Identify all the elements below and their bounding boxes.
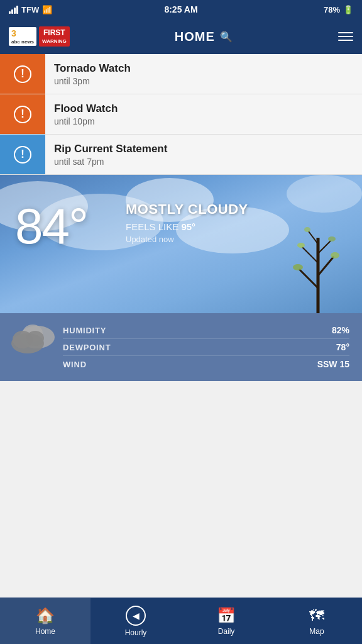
hourly-label: Hourly	[125, 628, 147, 637]
humidity-label: HUMIDITY	[63, 326, 106, 335]
nav-hourly[interactable]: ◀ Hourly	[90, 598, 181, 644]
alert-icon-flood: !	[0, 94, 45, 134]
wind-value: SSW 15	[317, 359, 349, 369]
menu-line-2	[338, 36, 353, 37]
cloud-icon	[9, 319, 59, 357]
alert-title-tornado: Tornado Watch	[54, 62, 131, 75]
search-icon[interactable]: 🔍	[220, 31, 233, 43]
svg-point-6	[293, 264, 303, 270]
alert-text-flood: Flood Watch until 10pm	[45, 94, 126, 134]
daily-icon: 📅	[217, 607, 236, 625]
header-title: HOME 🔍	[175, 30, 233, 44]
alert-rip[interactable]: ! Rip Current Statement until sat 7pm	[0, 135, 362, 175]
alert-subtitle-tornado: until 3pm	[54, 76, 131, 86]
svg-line-1	[299, 269, 318, 288]
menu-line-3	[338, 40, 353, 41]
weather-details: HUMIDITY 82% DEWPOINT 78° WIND SSW 15	[0, 313, 362, 381]
svg-point-7	[331, 252, 339, 258]
menu-button[interactable]	[338, 32, 353, 41]
alert-subtitle-flood: until 10pm	[54, 116, 118, 126]
wind-label: WIND	[63, 360, 87, 369]
signal-icon	[9, 6, 18, 14]
nav-spacer	[0, 381, 362, 428]
feels-like-row: FEELS LIKE 95°	[126, 221, 248, 232]
alert-icon-rip: !	[0, 135, 45, 174]
battery-label: 78%	[324, 5, 340, 14]
nav-map[interactable]: 🗺 Map	[272, 598, 362, 644]
wifi-icon: 📶	[42, 5, 52, 14]
updated-label: Updated now	[126, 235, 248, 244]
alert-text-tornado: Tornado Watch until 3pm	[45, 54, 140, 94]
feels-like-value: 95°	[181, 221, 195, 232]
humidity-row: HUMIDITY 82%	[63, 322, 349, 339]
svg-line-4	[318, 241, 331, 253]
exclaim-icon-tornado: !	[14, 65, 31, 83]
logo-area: 3 abc news FIRST WARNING	[9, 26, 70, 47]
wind-row: WIND SSW 15	[63, 356, 349, 372]
alert-flood[interactable]: ! Flood Watch until 10pm	[0, 94, 362, 135]
svg-line-3	[302, 247, 318, 263]
nav-daily[interactable]: 📅 Daily	[181, 598, 272, 644]
svg-point-15	[26, 331, 44, 346]
first-label: FIRST	[42, 28, 67, 38]
condition-panel: MOSTLY CLOUDY FEELS LIKE 95° Updated now	[126, 201, 248, 244]
status-left: TFW 📶	[9, 5, 52, 14]
map-icon: 🗺	[309, 607, 324, 625]
hourly-icon: ◀	[126, 606, 146, 626]
warning-label: WARNING	[42, 38, 67, 45]
svg-point-9	[328, 236, 336, 242]
home-label: Home	[35, 627, 55, 636]
abc-number: 3	[11, 28, 34, 39]
dewpoint-row: DEWPOINT 78°	[63, 339, 349, 356]
alert-icon-tornado: !	[0, 54, 45, 94]
alert-title-rip: Rip Current Statement	[54, 143, 167, 155]
abc-logo: 3 abc news	[9, 27, 36, 46]
svg-point-10	[304, 227, 310, 232]
map-label: Map	[309, 627, 324, 636]
bottom-navigation: 🏠 Home ◀ Hourly 📅 Daily 🗺 Map	[0, 597, 362, 644]
title-text: HOME	[175, 30, 215, 44]
exclaim-icon-rip: !	[14, 146, 31, 164]
home-icon: 🏠	[36, 607, 55, 625]
alerts-list: ! Tornado Watch until 3pm ! Flood Watch …	[0, 54, 362, 175]
alert-subtitle-rip: until sat 7pm	[54, 157, 167, 167]
svg-point-8	[297, 243, 305, 248]
app-header: 3 abc news FIRST WARNING HOME 🔍	[0, 19, 362, 54]
svg-line-2	[318, 257, 334, 275]
tree-decoration	[287, 213, 349, 313]
exclaim-icon-flood: !	[14, 106, 31, 123]
battery-icon: 🔋	[343, 5, 353, 14]
alert-text-rip: Rip Current Statement until sat 7pm	[45, 135, 176, 174]
abc-text: abc news	[11, 39, 34, 45]
status-bar: TFW 📶 8:25 AM 78% 🔋	[0, 0, 362, 19]
first-warning-logo: FIRST WARNING	[39, 26, 70, 47]
alert-tornado[interactable]: ! Tornado Watch until 3pm	[0, 54, 362, 94]
humidity-value: 82%	[332, 325, 349, 335]
weather-hero: 84° MOSTLY CLOUDY FEELS LIKE 95° Updated…	[0, 175, 362, 313]
alert-title-flood: Flood Watch	[54, 103, 118, 115]
dewpoint-label: DEWPOINT	[63, 343, 111, 352]
status-right: 78% 🔋	[324, 5, 353, 14]
nav-home[interactable]: 🏠 Home	[0, 598, 90, 644]
daily-label: Daily	[218, 627, 235, 636]
feels-like-label: FEELS LIKE	[126, 221, 178, 232]
condition-label: MOSTLY CLOUDY	[126, 201, 248, 218]
dewpoint-value: 78°	[336, 342, 349, 352]
time-label: 8:25 AM	[164, 4, 197, 14]
menu-line-1	[338, 32, 353, 33]
carrier-label: TFW	[21, 5, 39, 14]
temperature-display: 84°	[15, 197, 87, 255]
details-rows: HUMIDITY 82% DEWPOINT 78° WIND SSW 15	[63, 322, 349, 372]
